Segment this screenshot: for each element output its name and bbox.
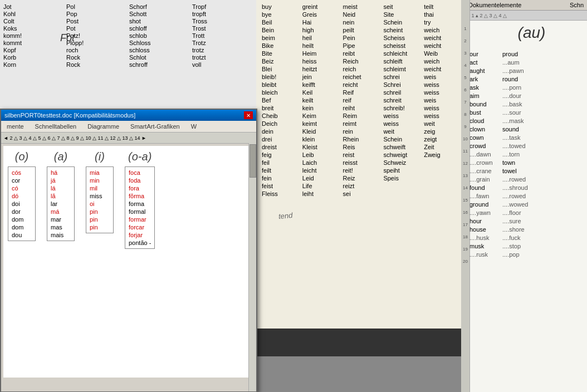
word-scroll-thumb[interactable] (250, 144, 256, 178)
section-a-box: há já lá lã lar má mar mas mais (47, 166, 75, 241)
section-o-box: cós cor có dó doi dor dom dom dou (8, 166, 36, 241)
section-i: (i) mia min mil miss oi pin pin pin (86, 150, 114, 373)
word-scrollbar[interactable] (248, 143, 256, 391)
word-close-button[interactable]: ✕ (244, 111, 253, 119)
bg-col-1: Jot Kohl Colt Koks komm! kommt Kopf Korb… (2, 2, 65, 109)
au-word-columns: our act aught ark ask aim bound bust clo… (467, 46, 585, 262)
section-oa-header: (o-a) (125, 150, 155, 163)
right-header-left: Dokumentelemente (468, 2, 521, 8)
word-ruler-bar: ◄ 2 △ 3 △ 4 △ 5 △ 6 △ 7 △ 8 △ 9 △ 10 △ 1… (1, 133, 256, 144)
mid-col-1: buy bye Beil Bein beim Bike Bite Beiz Bl… (261, 2, 301, 354)
mid-col-5: teilt thai try weich weicht weicht Weib … (423, 2, 463, 354)
fot-label: Fot (60, 32, 75, 44)
bg-left-columns: Jot Kohl Colt Koks komm! kommt Kopf Korb… (0, 0, 256, 111)
mid-col-4: seit Site Schein scheint Scheiss scheiss… (382, 2, 423, 354)
section-oa-box: foca foda fora fõrma forma formal formar… (125, 166, 155, 249)
right-panel: Dokumentelemente Schn ▸ 1 ▴ 2 △ 3 △ 4 △ … (464, 0, 587, 392)
pencil-note: tend (278, 211, 293, 220)
tab-schnelltabellen[interactable]: Schnelltabellen (32, 122, 80, 131)
section-oa: (o-a) foca foda fora fõrma forma formal … (125, 150, 155, 373)
vertical-ruler: 1 2 3 4 5 6 7 8 9 10 11 12 13 14 15 16 1… (461, 0, 470, 392)
mid-bottom-bar (256, 329, 467, 356)
word-window: silbenPORT0testtest.doc [Kompatibilitäts… (0, 109, 257, 392)
section-a-header: (a) (47, 150, 75, 163)
right-header: Dokumentelemente Schn (465, 0, 587, 11)
mid-col-2: greint Greis Hai high heil heilt Heim he… (301, 2, 342, 354)
section-i-box: mia min mil miss oi pin pin pin (86, 166, 114, 233)
au-left-col: our act aught ark ask aim bound bust clo… (469, 51, 500, 258)
tab-diagramme[interactable]: Diagramme (84, 122, 123, 131)
section-a: (a) há já lá lã lar má mar mas mais (47, 150, 75, 373)
right-ruler: ▸ 1 ▴ 2 △ 3 △ 4 △ (465, 11, 587, 21)
bg-col-3: Schorf Schott shot schloff schlob Schlos… (128, 2, 191, 109)
right-header-right: Schn (570, 2, 584, 8)
word-toolbar[interactable]: mente Schnelltabellen Diagramme SmartArt… (1, 121, 256, 133)
tab-mente[interactable]: mente (3, 122, 27, 131)
au-right-col: proud ...aum ....pawn round ....porn ...… (502, 51, 539, 258)
bg-col-2: Pol Pop Post Pot Potz! Plopp! roch Rock … (65, 2, 128, 109)
word-title-bar: silbenPORT0testtest.doc [Kompatibilitäts… (1, 110, 256, 121)
right-body: (au) our act aught ark ask aim bound bus… (465, 21, 587, 266)
word-body: (o) cós cor có dó doi dor dom dom dou (a… (3, 146, 254, 378)
mid-col-3: meist Neid nein peilt Pein Pipe reibt Re… (342, 2, 383, 354)
word-title-text: silbenPORT0testtest.doc [Kompatibilitäts… (4, 112, 244, 119)
middle-word-columns: buy bye Beil Bein beim Bike Bite Beiz Bl… (256, 0, 468, 356)
bg-col-4: Tropf tropft Tross Trost Trott Trotz tro… (191, 2, 254, 109)
tab-smartart[interactable]: SmartArt-Grafiken (127, 122, 183, 131)
section-i-header: (i) (86, 150, 114, 163)
section-o: (o) cós cor có dó doi dor dom dom dou (8, 150, 36, 373)
tab-w[interactable]: W (188, 122, 200, 131)
section-o-header: (o) (8, 150, 36, 163)
au-heading: (au) (478, 24, 585, 42)
